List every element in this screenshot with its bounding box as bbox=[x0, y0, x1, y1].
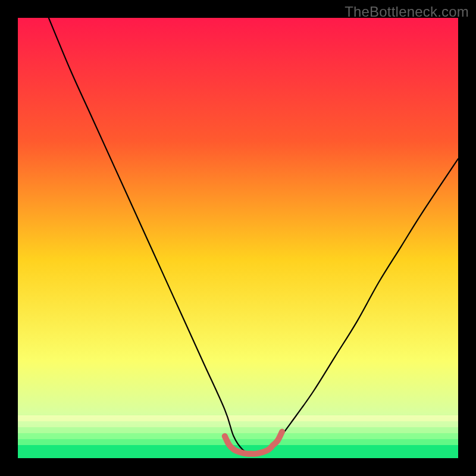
chart-frame: TheBottleneck.com bbox=[0, 0, 476, 476]
chart-svg bbox=[18, 18, 458, 458]
svg-rect-1 bbox=[18, 421, 458, 427]
watermark-text: TheBottleneck.com bbox=[345, 4, 469, 20]
plot-area bbox=[18, 18, 458, 458]
gradient-background bbox=[18, 18, 458, 458]
svg-rect-2 bbox=[18, 427, 458, 433]
svg-rect-0 bbox=[18, 415, 458, 421]
svg-rect-3 bbox=[18, 433, 458, 439]
